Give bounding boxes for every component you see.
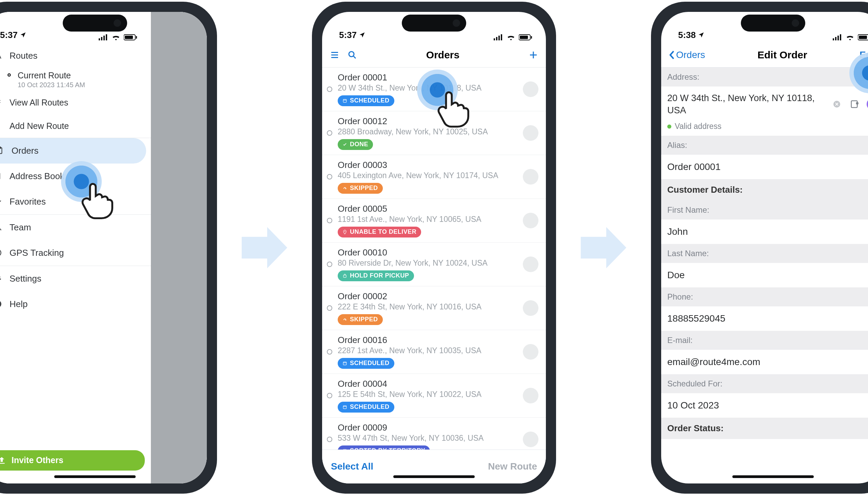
nav-settings[interactable]: Settings [0, 266, 151, 291]
order-select-circle[interactable] [327, 349, 332, 355]
status-pill: DONE [338, 139, 373, 150]
order-name: Order 00009 [338, 422, 517, 433]
section-order-status: Order Status: [661, 417, 868, 439]
nav-label: Team [10, 222, 31, 233]
scheduled-for-value: 10 Oct 2023 [667, 400, 719, 411]
status-pill: HOLD FOR PICKUP [338, 270, 414, 281]
order-select-circle[interactable] [327, 437, 332, 442]
color-swatch[interactable] [867, 98, 868, 110]
order-name: Order 00002 [338, 291, 517, 302]
routes-icon [0, 51, 3, 60]
order-address: 125 E 54th St, New York, NY 10022, USA [338, 390, 517, 399]
back-button[interactable]: Orders [669, 50, 705, 61]
radio-unfilled-icon [7, 73, 11, 77]
order-row[interactable]: Order 00004125 E 54th St, New York, NY 1… [322, 374, 546, 417]
nav-favorites[interactable]: Favorites [0, 189, 151, 215]
order-row[interactable]: Order 00003405 Lexington Ave, New York, … [322, 155, 546, 199]
order-address: 20 W 34th St., New York, NY 10118, USA [338, 83, 517, 92]
menu-icon[interactable] [330, 50, 340, 60]
alias-value[interactable]: Order 00001 [661, 155, 868, 179]
address-value: 20 W 34th St., New York, NY 10118, USA [667, 92, 825, 117]
orders-list[interactable]: Order 0000120 W 34th St., New York, NY 1… [322, 68, 546, 449]
page-title: Orders [357, 49, 528, 61]
home-indicator [732, 475, 814, 478]
order-select-circle[interactable] [327, 393, 332, 398]
order-select-circle[interactable] [327, 305, 332, 311]
email-value[interactable]: email@route4me.com [661, 350, 868, 374]
order-address: 1191 1st Ave., New York, NY 10065, USA [338, 215, 517, 224]
order-row[interactable]: Order 0000120 W 34th St., New York, NY 1… [322, 68, 546, 111]
order-name: Order 00004 [338, 379, 517, 389]
order-avatar [523, 169, 538, 185]
current-route-subtitle: 10 Oct 2023 11:45 AM [18, 81, 85, 89]
status-pill: SKIPPED [338, 314, 383, 325]
first-name-value[interactable]: John [661, 220, 868, 244]
order-row[interactable]: Order 000122880 Broadway, New York, NY 1… [322, 111, 546, 155]
last-name-value[interactable]: Doe [661, 263, 868, 287]
invite-others-button[interactable]: Invite Others [0, 450, 145, 471]
nav-add-route[interactable]: Add New Route [0, 114, 151, 138]
svg-rect-0 [99, 38, 100, 40]
status-right-icons [833, 34, 868, 40]
clear-icon[interactable] [830, 97, 844, 111]
status-pill: SORTED BY TERRITORY [338, 445, 430, 449]
order-row[interactable]: Order 000162287 1st Ave., New York, NY 1… [322, 330, 546, 374]
status-pill: SKIPPED [338, 183, 383, 194]
svg-point-25 [344, 231, 345, 232]
order-select-circle[interactable] [327, 130, 332, 136]
order-address: 2880 Broadway, New York, NY 10025, USA [338, 127, 517, 136]
search-icon[interactable] [347, 50, 357, 60]
order-select-circle[interactable] [327, 86, 332, 92]
phone-value[interactable]: 18885529045 [661, 306, 868, 331]
status-pill: SCHEDULED [338, 402, 394, 412]
order-row[interactable]: Order 0001080 Riverside Dr, New York, NY… [322, 243, 546, 286]
invite-icon [0, 456, 6, 465]
map-pin-icon[interactable] [848, 97, 862, 111]
order-row[interactable]: Order 00002222 E 34th St, New York, NY 1… [322, 286, 546, 330]
label-email: E-mail: [661, 331, 868, 350]
nav-label: Add New Route [10, 121, 69, 131]
signal-icon [99, 34, 108, 40]
edit-order-topbar: Orders Edit Order Edit [661, 43, 868, 68]
svg-rect-26 [343, 275, 346, 277]
nav-routes[interactable]: Routes [0, 43, 151, 69]
add-icon[interactable] [528, 50, 538, 60]
location-arrow-icon [698, 32, 705, 38]
order-name: Order 00005 [338, 204, 517, 214]
phone-frame-3: 5:38 Orders Edit Order Edit [651, 2, 868, 494]
status-time: 5:37 [339, 30, 357, 40]
order-avatar [523, 213, 538, 228]
svg-rect-18 [498, 36, 500, 40]
svg-point-23 [349, 52, 354, 57]
edit-button[interactable]: Edit [860, 50, 868, 61]
nav-team[interactable]: Team [0, 215, 151, 240]
order-address: 80 Riverside Dr, New York, NY 10024, USA [338, 258, 517, 268]
nav-address-book[interactable]: Address Book [0, 164, 151, 189]
device-notch [402, 15, 466, 32]
new-route-button[interactable]: New Route [488, 461, 537, 472]
nav-gps-tracking[interactable]: GPS Tracking [0, 240, 151, 266]
order-row[interactable]: Order 000051191 1st Ave., New York, NY 1… [322, 199, 546, 243]
svg-point-14 [0, 300, 1, 308]
drawer-scrim[interactable] [151, 12, 207, 483]
nav-view-all-routes[interactable]: View All Routes [0, 91, 151, 114]
order-row[interactable]: Order 00009533 W 47th St, New York, NY 1… [322, 417, 546, 449]
nav-help[interactable]: ? Help [0, 291, 151, 317]
nav-label: Settings [10, 273, 41, 284]
svg-rect-22 [531, 36, 532, 39]
order-avatar [523, 431, 538, 447]
section-customer-details: Customer Details: [661, 179, 868, 201]
nav-orders[interactable]: Orders [0, 138, 146, 164]
order-address: 533 W 47th St, New York, NY 10036, USA [338, 433, 517, 443]
order-select-circle[interactable] [327, 261, 332, 267]
edit-order-scroll[interactable]: Address: 20 W 34th St., New York, NY 101… [661, 68, 868, 483]
order-name: Order 00001 [338, 72, 517, 83]
order-select-circle[interactable] [327, 218, 332, 223]
nav-label: Help [10, 299, 28, 309]
nav-current-route[interactable]: Current Route 10 Oct 2023 11:45 AM [0, 69, 151, 91]
order-select-circle[interactable] [327, 174, 332, 180]
svg-rect-31 [835, 37, 836, 40]
select-all-button[interactable]: Select All [331, 461, 373, 472]
invite-label: Invite Others [12, 455, 64, 465]
scheduled-for-row[interactable]: 10 Oct 2023 [661, 393, 868, 417]
